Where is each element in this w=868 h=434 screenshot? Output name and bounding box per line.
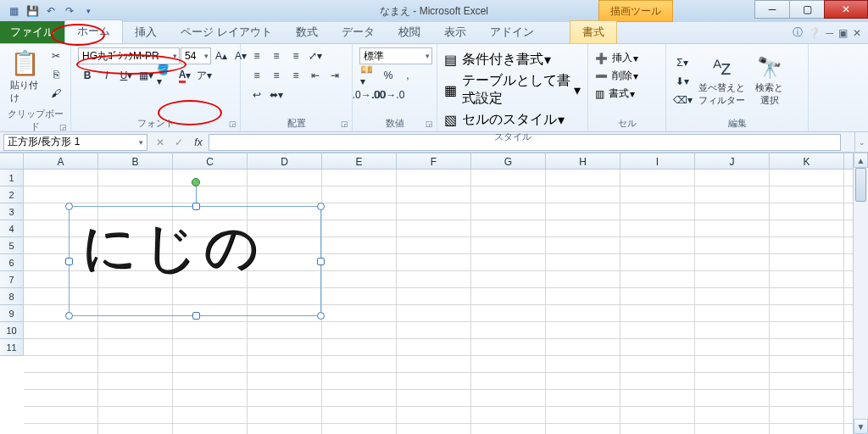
tab-data[interactable]: データ [330,21,387,43]
phonetic-button[interactable]: ア▾ [195,67,214,84]
col-header[interactable]: H [546,153,620,169]
row-header[interactable]: 11 [0,339,23,356]
font-color-button[interactable]: A▾ [175,67,194,84]
col-header[interactable]: B [98,153,173,169]
align-middle-icon[interactable]: ≡ [267,47,286,64]
row-header[interactable]: 9 [0,305,23,322]
tab-view[interactable]: 表示 [432,21,478,43]
cancel-formula-icon[interactable]: ✕ [151,134,170,151]
rotate-handle-icon[interactable] [192,178,200,186]
resize-handle[interactable] [317,203,325,210]
font-name-combo[interactable]: HG丸ｺﾞｼｯｸM-PR [78,47,180,64]
name-box[interactable]: 正方形/長方形 1 [3,134,147,151]
increase-font-icon[interactable]: A▴ [212,47,231,64]
col-header[interactable]: C [173,153,248,169]
qat-dropdown-icon[interactable]: ▾ [80,3,97,19]
row-header[interactable]: 2 [0,186,23,203]
sort-filter-button[interactable]: ᴬz 並べ替えと フィルター [695,54,748,108]
col-header[interactable]: E [322,153,397,169]
row-header[interactable]: 7 [0,271,23,288]
save-icon[interactable]: 💾 [24,3,41,19]
border-button[interactable]: ▦▾ [136,67,155,84]
col-header[interactable]: I [620,153,695,169]
tab-insert[interactable]: 挿入 [123,21,169,43]
select-all-corner[interactable] [0,153,24,169]
orientation-icon[interactable]: ⤢▾ [306,47,325,64]
paste-button[interactable]: 📋 貼り付け [7,47,43,106]
dialog-launcher-icon[interactable]: ◲ [426,120,433,128]
maximize-button[interactable]: ▢ [789,0,825,19]
copy-icon[interactable]: ⎘ [47,66,65,83]
align-center-icon[interactable]: ≡ [267,67,286,84]
scroll-up-icon[interactable]: ▲ [854,153,868,168]
col-header[interactable]: G [471,153,546,169]
scroll-down-icon[interactable]: ▼ [854,419,868,434]
resize-handle[interactable] [65,258,73,265]
dialog-launcher-icon[interactable]: ◲ [229,120,236,128]
help-icon[interactable]: ❔ [808,27,821,39]
col-header[interactable]: J [695,153,770,169]
tab-file[interactable]: ファイル [0,21,64,43]
workbook-minimize-icon[interactable]: ─ [826,27,833,39]
col-header[interactable]: A [24,153,98,169]
align-right-icon[interactable]: ≡ [287,67,305,84]
workbook-close-icon[interactable]: ✕ [853,27,861,39]
font-size-combo[interactable]: 54 [181,47,211,64]
tab-addins[interactable]: アドイン [478,21,546,43]
currency-icon[interactable]: 💴▾ [359,67,378,84]
underline-button[interactable]: U▾ [117,67,136,84]
resize-handle[interactable] [65,203,73,210]
tab-format[interactable]: 書式 [570,20,617,43]
italic-button[interactable]: I [97,67,116,84]
cut-icon[interactable]: ✂ [47,47,65,64]
find-select-button[interactable]: 🔭 検索と 選択 [752,54,787,108]
align-bottom-icon[interactable]: ≡ [287,47,305,64]
close-button[interactable]: ✕ [824,0,868,19]
number-format-combo[interactable]: 標準 [359,47,432,64]
merge-cells-icon[interactable]: ⬌▾ [267,86,286,103]
col-header[interactable]: D [248,153,322,169]
row-header[interactable]: 1 [0,170,23,186]
resize-handle[interactable] [65,312,73,320]
row-header[interactable]: 5 [0,237,23,254]
row-header[interactable]: 8 [0,288,23,305]
conditional-format-button[interactable]: ▤ 条件付き書式▾ [444,51,551,69]
enter-formula-icon[interactable]: ✓ [170,134,188,151]
format-as-table-button[interactable]: ▦ テーブルとして書式設定▾ [444,72,581,108]
undo-icon[interactable]: ↶ [42,3,59,19]
indent-decrease-icon[interactable]: ⇤ [306,67,325,84]
vertical-scrollbar[interactable]: ▲ ▼ [853,153,868,434]
text-shape[interactable]: にじの [69,206,321,316]
decrease-decimal-icon[interactable]: .00→.0 [379,86,398,103]
tab-review[interactable]: 校閲 [387,21,432,43]
scroll-thumb[interactable] [855,168,866,202]
row-header[interactable]: 6 [0,254,23,271]
insert-cells-button[interactable]: ➕ 挿入▾ [595,51,638,65]
format-cells-button[interactable]: ▥ 書式▾ [595,86,635,101]
bold-button[interactable]: B [78,67,97,84]
comma-icon[interactable]: , [398,67,417,84]
workbook-restore-icon[interactable]: ▣ [838,27,848,39]
expand-formula-bar-icon[interactable]: ⌄ [854,132,868,153]
row-header[interactable]: 10 [0,322,23,339]
align-left-icon[interactable]: ≡ [248,67,266,84]
tab-formulas[interactable]: 数式 [284,21,330,43]
delete-cells-button[interactable]: ➖ 削除▾ [595,69,638,83]
indent-increase-icon[interactable]: ⇥ [326,67,344,84]
fill-color-button[interactable]: 🪣▾ [156,67,175,84]
align-top-icon[interactable]: ≡ [248,47,266,64]
row-header[interactable]: 4 [0,220,23,237]
resize-handle[interactable] [317,258,325,265]
dialog-launcher-icon[interactable]: ◲ [59,123,67,131]
minimize-ribbon-icon[interactable]: ⓘ [793,25,803,40]
tab-home[interactable]: ホーム [64,19,123,43]
minimize-button[interactable]: ─ [754,0,790,19]
resize-handle[interactable] [192,203,200,210]
clear-icon[interactable]: ⌫▾ [673,92,692,108]
dialog-launcher-icon[interactable]: ◲ [341,120,348,128]
cell-styles-button[interactable]: ▧ セルのスタイル▾ [444,111,565,129]
fill-icon[interactable]: ⬇▾ [673,73,692,90]
wrap-text-icon[interactable]: ↩ [248,86,266,103]
fx-button[interactable]: fx [188,134,209,151]
format-painter-icon[interactable]: 🖌 [47,85,65,102]
